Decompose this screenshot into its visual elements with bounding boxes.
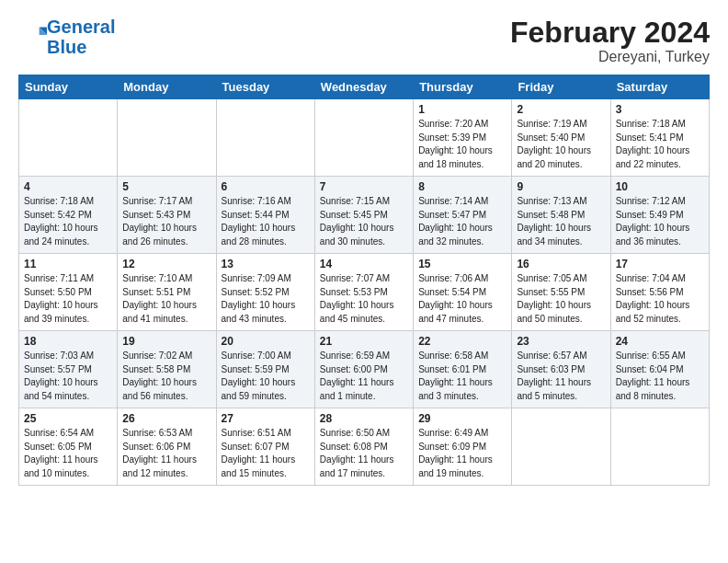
- day-number: 17: [616, 258, 704, 270]
- day-number: 29: [418, 412, 506, 425]
- day-info: Sunrise: 7:16 AM Sunset: 5:44 PM Dayligh…: [222, 195, 310, 248]
- day-cell: 22Sunrise: 6:58 AM Sunset: 6:01 PM Dayli…: [414, 331, 512, 408]
- day-info: Sunrise: 6:55 AM Sunset: 6:04 PM Dayligh…: [616, 350, 704, 403]
- calendar-body: 1Sunrise: 7:20 AM Sunset: 5:39 PM Daylig…: [19, 99, 710, 486]
- week-row-4: 18Sunrise: 7:03 AM Sunset: 5:57 PM Dayli…: [19, 331, 710, 408]
- day-number: 26: [122, 412, 210, 425]
- day-cell: 6Sunrise: 7:16 AM Sunset: 5:44 PM Daylig…: [216, 177, 314, 254]
- col-sunday: Sunday: [19, 75, 118, 99]
- page: General Blue February 2024 Dereyani, Tur…: [0, 0, 728, 495]
- day-cell: 2Sunrise: 7:19 AM Sunset: 5:40 PM Daylig…: [512, 99, 610, 177]
- day-info: Sunrise: 7:10 AM Sunset: 5:51 PM Dayligh…: [122, 272, 210, 326]
- day-info: Sunrise: 7:17 AM Sunset: 5:43 PM Dayligh…: [122, 195, 210, 248]
- day-info: Sunrise: 7:02 AM Sunset: 5:58 PM Dayligh…: [122, 350, 210, 403]
- day-cell: [118, 99, 216, 177]
- col-saturday: Saturday: [610, 75, 709, 99]
- logo-text: General Blue: [47, 17, 115, 57]
- day-info: Sunrise: 7:12 AM Sunset: 5:49 PM Dayligh…: [616, 195, 704, 248]
- day-cell: 4Sunrise: 7:18 AM Sunset: 5:42 PM Daylig…: [19, 177, 118, 254]
- day-number: 12: [122, 258, 210, 270]
- day-info: Sunrise: 6:59 AM Sunset: 6:00 PM Dayligh…: [320, 350, 408, 403]
- logo-blue: Blue: [47, 37, 86, 57]
- day-number: 24: [616, 335, 704, 348]
- calendar-subtitle: Dereyani, Turkey: [510, 49, 710, 65]
- day-cell: [19, 99, 118, 177]
- calendar-header: Sunday Monday Tuesday Wednesday Thursday…: [19, 75, 710, 99]
- col-tuesday: Tuesday: [216, 75, 314, 99]
- day-number: 7: [320, 180, 408, 193]
- col-monday: Monday: [118, 75, 216, 99]
- day-info: Sunrise: 7:15 AM Sunset: 5:45 PM Dayligh…: [320, 195, 408, 248]
- day-number: 25: [24, 412, 112, 425]
- col-wednesday: Wednesday: [314, 75, 413, 99]
- day-info: Sunrise: 7:18 AM Sunset: 5:42 PM Dayligh…: [24, 195, 112, 248]
- day-cell: 11Sunrise: 7:11 AM Sunset: 5:50 PM Dayli…: [19, 254, 118, 331]
- day-number: 9: [517, 180, 605, 193]
- day-info: Sunrise: 6:54 AM Sunset: 6:05 PM Dayligh…: [24, 427, 112, 480]
- day-cell: [314, 99, 413, 177]
- day-cell: 23Sunrise: 6:57 AM Sunset: 6:03 PM Dayli…: [512, 331, 610, 408]
- day-number: 4: [24, 180, 112, 193]
- day-info: Sunrise: 7:11 AM Sunset: 5:50 PM Dayligh…: [24, 272, 112, 326]
- header-row: Sunday Monday Tuesday Wednesday Thursday…: [19, 75, 710, 99]
- day-cell: 27Sunrise: 6:51 AM Sunset: 6:07 PM Dayli…: [216, 408, 314, 486]
- day-number: 16: [517, 258, 605, 270]
- title-block: February 2024 Dereyani, Turkey: [510, 17, 710, 65]
- day-number: 19: [122, 335, 210, 348]
- week-row-2: 4Sunrise: 7:18 AM Sunset: 5:42 PM Daylig…: [19, 177, 710, 254]
- day-info: Sunrise: 7:05 AM Sunset: 5:55 PM Dayligh…: [517, 272, 605, 326]
- day-cell: 17Sunrise: 7:04 AM Sunset: 5:56 PM Dayli…: [610, 254, 709, 331]
- day-cell: 19Sunrise: 7:02 AM Sunset: 5:58 PM Dayli…: [118, 331, 216, 408]
- day-number: 11: [24, 258, 112, 270]
- day-cell: 14Sunrise: 7:07 AM Sunset: 5:53 PM Dayli…: [314, 254, 413, 331]
- day-cell: 8Sunrise: 7:14 AM Sunset: 5:47 PM Daylig…: [414, 177, 512, 254]
- logo-icon: [21, 22, 47, 48]
- day-info: Sunrise: 7:18 AM Sunset: 5:41 PM Dayligh…: [616, 118, 704, 171]
- day-info: Sunrise: 6:50 AM Sunset: 6:08 PM Dayligh…: [320, 427, 408, 480]
- day-cell: [512, 408, 610, 486]
- day-number: 28: [320, 412, 408, 425]
- day-number: 22: [418, 335, 506, 348]
- week-row-1: 1Sunrise: 7:20 AM Sunset: 5:39 PM Daylig…: [19, 99, 710, 177]
- day-cell: 13Sunrise: 7:09 AM Sunset: 5:52 PM Dayli…: [216, 254, 314, 331]
- day-cell: 12Sunrise: 7:10 AM Sunset: 5:51 PM Dayli…: [118, 254, 216, 331]
- day-cell: 29Sunrise: 6:49 AM Sunset: 6:09 PM Dayli…: [414, 408, 512, 486]
- day-info: Sunrise: 6:58 AM Sunset: 6:01 PM Dayligh…: [418, 350, 506, 403]
- day-number: 2: [517, 103, 605, 116]
- day-number: 5: [122, 180, 210, 193]
- day-info: Sunrise: 6:57 AM Sunset: 6:03 PM Dayligh…: [517, 350, 605, 403]
- day-cell: 10Sunrise: 7:12 AM Sunset: 5:49 PM Dayli…: [610, 177, 709, 254]
- logo: General Blue: [18, 17, 115, 57]
- day-number: 1: [418, 103, 506, 116]
- day-number: 27: [222, 412, 310, 425]
- day-cell: 28Sunrise: 6:50 AM Sunset: 6:08 PM Dayli…: [314, 408, 413, 486]
- day-info: Sunrise: 7:03 AM Sunset: 5:57 PM Dayligh…: [24, 350, 112, 403]
- calendar-title: February 2024: [510, 17, 710, 49]
- day-info: Sunrise: 7:19 AM Sunset: 5:40 PM Dayligh…: [517, 118, 605, 171]
- day-number: 18: [24, 335, 112, 348]
- day-info: Sunrise: 7:13 AM Sunset: 5:48 PM Dayligh…: [517, 195, 605, 248]
- week-row-3: 11Sunrise: 7:11 AM Sunset: 5:50 PM Dayli…: [19, 254, 710, 331]
- day-cell: 18Sunrise: 7:03 AM Sunset: 5:57 PM Dayli…: [19, 331, 118, 408]
- day-info: Sunrise: 7:00 AM Sunset: 5:59 PM Dayligh…: [222, 350, 310, 403]
- day-cell: 26Sunrise: 6:53 AM Sunset: 6:06 PM Dayli…: [118, 408, 216, 486]
- day-cell: 15Sunrise: 7:06 AM Sunset: 5:54 PM Dayli…: [414, 254, 512, 331]
- day-number: 15: [418, 258, 506, 270]
- logo-general: General: [47, 17, 115, 37]
- day-info: Sunrise: 7:09 AM Sunset: 5:52 PM Dayligh…: [222, 272, 310, 326]
- day-info: Sunrise: 7:07 AM Sunset: 5:53 PM Dayligh…: [320, 272, 408, 326]
- week-row-5: 25Sunrise: 6:54 AM Sunset: 6:05 PM Dayli…: [19, 408, 710, 486]
- day-number: 10: [616, 180, 704, 193]
- header: General Blue February 2024 Dereyani, Tur…: [18, 17, 710, 65]
- day-cell: 20Sunrise: 7:00 AM Sunset: 5:59 PM Dayli…: [216, 331, 314, 408]
- day-info: Sunrise: 7:04 AM Sunset: 5:56 PM Dayligh…: [616, 272, 704, 326]
- day-cell: 9Sunrise: 7:13 AM Sunset: 5:48 PM Daylig…: [512, 177, 610, 254]
- day-info: Sunrise: 7:06 AM Sunset: 5:54 PM Dayligh…: [418, 272, 506, 326]
- day-number: 20: [222, 335, 310, 348]
- day-number: 8: [418, 180, 506, 193]
- day-cell: 25Sunrise: 6:54 AM Sunset: 6:05 PM Dayli…: [19, 408, 118, 486]
- day-cell: 21Sunrise: 6:59 AM Sunset: 6:00 PM Dayli…: [314, 331, 413, 408]
- day-cell: 16Sunrise: 7:05 AM Sunset: 5:55 PM Dayli…: [512, 254, 610, 331]
- day-number: 23: [517, 335, 605, 348]
- col-friday: Friday: [512, 75, 610, 99]
